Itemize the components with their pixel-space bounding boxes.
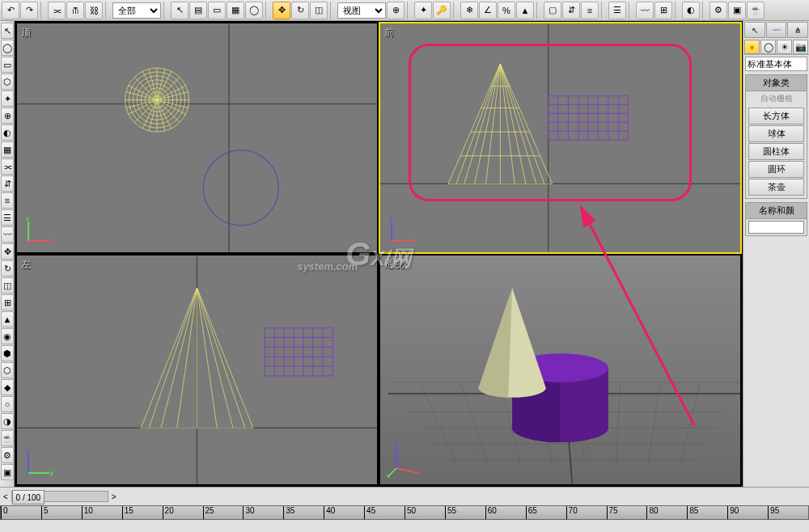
cylinder-button[interactable]: 圆柱体 (748, 143, 804, 160)
spinner-snap-button[interactable]: ▲ (516, 2, 534, 19)
manipulate-button[interactable]: ✦ (414, 2, 432, 19)
lp-btn-14[interactable]: ✥ (1, 243, 14, 260)
sphere-button[interactable]: 球体 (748, 125, 804, 142)
keymode-button[interactable]: 🔑 (433, 2, 451, 19)
layer-button[interactable]: ☰ (608, 2, 626, 19)
rotate-button[interactable]: ↻ (291, 2, 309, 19)
lp-btn-1[interactable]: ↖ (1, 23, 14, 39)
tab-create[interactable]: ↖ (744, 22, 765, 38)
svg-line-36 (500, 64, 536, 184)
align-button[interactable]: ≡ (581, 2, 599, 19)
selection-filter-dropdown[interactable]: 全部 (112, 2, 161, 19)
scale-button[interactable]: ◫ (310, 2, 328, 19)
viewport-perspective[interactable]: 透视 (379, 255, 741, 485)
svg-line-88 (420, 382, 456, 464)
shapes-tab[interactable]: ◯ (760, 40, 776, 54)
lp-btn-11[interactable]: ≡ (1, 192, 14, 209)
lp-btn-25[interactable]: ☕ (1, 430, 14, 446)
tab-modify[interactable]: 〰 (766, 22, 787, 38)
viewport-top[interactable]: 顶 zx (16, 23, 378, 253)
lp-btn-23[interactable]: ○ (1, 396, 14, 412)
lp-btn-22[interactable]: ◆ (1, 379, 14, 395)
lp-btn-15[interactable]: ↻ (1, 260, 14, 277)
svg-text:z: z (26, 215, 29, 222)
lp-btn-20[interactable]: ⬢ (1, 345, 14, 361)
lp-btn-8[interactable]: ▦ (1, 141, 14, 158)
viewport-left[interactable]: 左 zy (16, 255, 378, 485)
rollout-header-2[interactable]: 名称和颜 (746, 203, 807, 219)
mirror-button[interactable]: ⇵ (562, 2, 580, 19)
move-button[interactable]: ✥ (273, 2, 290, 19)
ruler-mark: 20 (163, 506, 174, 519)
ruler-mark: 75 (607, 506, 618, 519)
lp-btn-17[interactable]: ⊞ (1, 294, 14, 310)
viewport-front[interactable]: 前 zx (379, 23, 741, 253)
status-row (0, 520, 809, 533)
ruler-mark: 25 (203, 506, 214, 519)
torus-button[interactable]: 圆环 (748, 161, 804, 178)
render-frame-button[interactable]: ▣ (728, 2, 746, 19)
lp-btn-18[interactable]: ▲ (1, 311, 14, 327)
select-button[interactable]: ↖ (171, 2, 188, 19)
box-button[interactable]: 长方体 (748, 108, 804, 125)
lp-btn-4[interactable]: ⬡ (1, 74, 14, 90)
redo-icon: ↷ (26, 5, 33, 15)
ruler-mark: 35 (283, 506, 294, 519)
material-button[interactable]: ◐ (682, 2, 700, 19)
svg-line-30 (464, 64, 501, 184)
bind-button[interactable]: ⛓ (85, 2, 103, 19)
lights-tab[interactable]: ☀ (777, 40, 792, 54)
curve-editor-button[interactable]: 〰 (636, 2, 654, 19)
tab-hierarchy[interactable]: ⋔ (787, 22, 808, 38)
lp-btn-16[interactable]: ◫ (1, 277, 14, 293)
category-dropdown[interactable]: 标准基本体 (745, 57, 807, 71)
viewport-top-label: 顶 (21, 26, 31, 40)
named-sel-button[interactable]: ▢ (544, 2, 561, 19)
lp-btn-21[interactable]: ⬡ (1, 362, 14, 378)
percent-snap-button[interactable]: % (498, 2, 515, 19)
svg-text:x: x (413, 237, 417, 244)
select-rect-button[interactable]: ▭ (208, 2, 226, 19)
rollout-header[interactable]: 对象类 (746, 75, 807, 91)
schematic-button[interactable]: ⊞ (654, 2, 672, 19)
unlink-button[interactable]: ⫚ (66, 2, 84, 19)
lp-btn-3[interactable]: ▭ (1, 57, 14, 73)
lp-btn-27[interactable]: ▣ (1, 464, 14, 480)
object-name-input[interactable] (748, 221, 804, 234)
snap-button[interactable]: ❄ (460, 2, 478, 19)
time-ruler[interactable]: 05101520253035404550556065707580859095 (0, 505, 809, 520)
time-slider[interactable]: 0 / 100 (11, 491, 108, 502)
angle-snap-button[interactable]: ∠ (479, 2, 497, 19)
quick-render-button[interactable]: ☕ (747, 2, 765, 19)
select-name-button[interactable]: ▤ (189, 2, 207, 19)
lp-btn-2[interactable]: ◯ (1, 40, 14, 56)
geometry-tab[interactable]: ● (744, 40, 760, 54)
lp-btn-26[interactable]: ⚙ (1, 447, 14, 463)
pivot-button[interactable]: ⊕ (387, 2, 404, 19)
axis-gizmo-icon: zx (23, 215, 54, 246)
lp-btn-10[interactable]: ⇵ (1, 175, 14, 192)
ruler-mark: 0 (1, 506, 8, 519)
lp-btn-19[interactable]: ◉ (1, 328, 14, 344)
undo-button[interactable]: ↶ (2, 2, 19, 19)
lp-btn-6[interactable]: ⊕ (1, 108, 14, 124)
cameras-tab[interactable]: 📷 (793, 40, 808, 54)
lp-btn-24[interactable]: ◑ (1, 413, 14, 429)
lp-btn-12[interactable]: ☰ (1, 209, 14, 226)
coord-system-dropdown[interactable]: 视图 (337, 2, 386, 19)
link-button[interactable]: ⫘ (48, 2, 66, 19)
lp-btn-13[interactable]: 〰 (1, 226, 14, 243)
redo-button[interactable]: ↷ (20, 2, 38, 19)
select-circle-button[interactable]: ◯ (245, 2, 263, 19)
time-slider-handle[interactable]: 0 / 100 (12, 490, 44, 505)
lp-btn-7[interactable]: ◐ (1, 125, 14, 141)
name-color-rollout: 名称和颜 (745, 202, 807, 236)
svg-line-103 (396, 468, 417, 473)
render-setup-button[interactable]: ⚙ (709, 2, 727, 19)
svg-line-66 (197, 288, 245, 428)
window-crossing-button[interactable]: ▦ (227, 2, 244, 19)
teapot-button[interactable]: 茶壶 (748, 179, 804, 196)
lp-btn-5[interactable]: ✦ (1, 91, 14, 107)
svg-text:y: y (50, 469, 53, 476)
lp-btn-9[interactable]: ⫘ (1, 158, 14, 175)
